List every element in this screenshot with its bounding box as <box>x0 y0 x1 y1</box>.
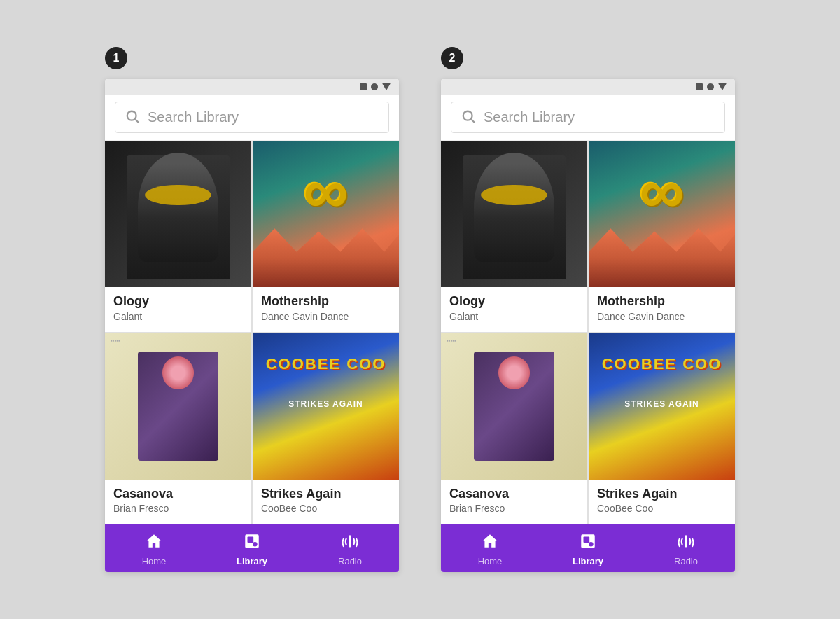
nav-item-radio[interactable]: Radio <box>322 532 378 566</box>
album-title: Casanova <box>449 487 579 502</box>
album-artist: Dance Gavin Dance <box>261 311 391 322</box>
svg-line-6 <box>471 120 475 123</box>
svg-point-5 <box>463 111 472 120</box>
album-info: Strikes AgainCooBee Coo <box>589 480 735 524</box>
album-title: Ology <box>449 294 579 310</box>
album-grid: OlogyGalantMothershipDance Gavin Dance ▪… <box>105 141 399 524</box>
status-triangle-icon <box>382 83 391 90</box>
casanova-small-label: ▪▪▪▪▪ <box>447 338 456 344</box>
album-card[interactable]: ▪▪▪▪▪ CasanovaBrian Fresco <box>105 333 251 524</box>
album-artist: Brian Fresco <box>113 503 243 514</box>
search-icon <box>125 109 141 125</box>
screen-wrapper-1: 1Search Library OlogyGalantMothershipDan… <box>105 47 399 572</box>
album-card[interactable]: MothershipDance Gavin Dance <box>589 141 735 332</box>
svg-line-1 <box>135 120 139 123</box>
bottom-nav: HomeLibraryRadio <box>105 524 399 572</box>
svg-rect-8 <box>584 537 590 543</box>
svg-point-9 <box>589 542 594 547</box>
album-title: Casanova <box>113 487 243 502</box>
album-grid: OlogyGalantMothershipDance Gavin Dance ▪… <box>441 141 735 524</box>
phone-1: Search Library OlogyGalantMothershipDanc… <box>105 79 399 572</box>
status-bar <box>105 79 399 95</box>
album-artist: CooBee Coo <box>597 503 727 514</box>
album-artist: CooBee Coo <box>261 503 391 514</box>
nav-label: Library <box>573 556 603 566</box>
album-info: CasanovaBrian Fresco <box>105 480 251 524</box>
search-icon <box>461 109 477 125</box>
album-art: ▪▪▪▪▪ <box>441 333 587 480</box>
nav-icon-library <box>579 532 597 553</box>
screen-wrapper-2: 2Search Library OlogyGalantMothershipDan… <box>441 47 735 572</box>
nav-item-radio[interactable]: Radio <box>658 532 714 566</box>
nav-item-home[interactable]: Home <box>126 532 182 566</box>
album-info: CasanovaBrian Fresco <box>441 480 587 524</box>
album-card[interactable]: Strikes AgainCooBee Coo <box>589 333 735 524</box>
album-art <box>105 141 251 287</box>
album-info: MothershipDance Gavin Dance <box>253 287 399 332</box>
nav-label: Home <box>478 556 503 566</box>
svg-point-4 <box>253 542 258 547</box>
album-card[interactable]: Strikes AgainCooBee Coo <box>253 333 399 524</box>
album-title: Mothership <box>261 294 391 310</box>
bottom-nav: HomeLibraryRadio <box>441 524 735 572</box>
search-container: Search Library <box>105 95 399 141</box>
album-card[interactable]: OlogyGalant <box>441 141 587 332</box>
nav-icon-home <box>145 532 163 553</box>
status-square-icon <box>696 83 703 90</box>
album-artist: Dance Gavin Dance <box>597 311 727 322</box>
phone-2: Search Library OlogyGalantMothershipDanc… <box>441 79 735 572</box>
nav-item-library[interactable]: Library <box>560 532 616 566</box>
album-art <box>253 141 399 287</box>
album-artist: Galant <box>449 311 579 322</box>
album-art <box>589 141 735 287</box>
nav-icon-radio <box>677 532 695 553</box>
album-art <box>253 333 399 480</box>
album-info: MothershipDance Gavin Dance <box>589 287 735 332</box>
nav-item-home[interactable]: Home <box>462 532 518 566</box>
album-artist: Galant <box>113 311 243 322</box>
album-card[interactable]: MothershipDance Gavin Dance <box>253 141 399 332</box>
status-circle-icon <box>371 83 378 90</box>
album-info: OlogyGalant <box>441 287 587 332</box>
status-circle-icon <box>707 83 714 90</box>
search-placeholder-text: Search Library <box>148 109 239 125</box>
search-bar[interactable]: Search Library <box>451 102 725 133</box>
album-art <box>441 141 587 287</box>
album-title: Mothership <box>597 294 727 310</box>
svg-rect-3 <box>248 537 254 543</box>
status-bar <box>441 79 735 95</box>
search-container: Search Library <box>441 95 735 141</box>
album-card[interactable]: OlogyGalant <box>105 141 251 332</box>
album-artist: Brian Fresco <box>449 503 579 514</box>
nav-icon-home <box>481 532 499 553</box>
album-art <box>589 333 735 480</box>
casanova-small-label: ▪▪▪▪▪ <box>111 338 120 344</box>
screen-number-1: 1 <box>105 47 127 69</box>
search-placeholder-text: Search Library <box>484 109 575 125</box>
nav-label: Radio <box>674 556 698 566</box>
status-square-icon <box>360 83 367 90</box>
nav-icon-radio <box>341 532 359 553</box>
status-triangle-icon <box>718 83 727 90</box>
nav-label: Radio <box>338 556 362 566</box>
svg-point-0 <box>127 111 136 120</box>
album-info: OlogyGalant <box>105 287 251 332</box>
album-title: Ology <box>113 294 243 310</box>
nav-label: Library <box>237 556 267 566</box>
nav-item-library[interactable]: Library <box>224 532 280 566</box>
album-info: Strikes AgainCooBee Coo <box>253 480 399 524</box>
album-art: ▪▪▪▪▪ <box>105 333 251 480</box>
album-card[interactable]: ▪▪▪▪▪ CasanovaBrian Fresco <box>441 333 587 524</box>
album-title: Strikes Again <box>597 487 727 502</box>
screen-number-2: 2 <box>441 47 463 69</box>
nav-label: Home <box>142 556 167 566</box>
album-title: Strikes Again <box>261 487 391 502</box>
nav-icon-library <box>243 532 261 553</box>
search-bar[interactable]: Search Library <box>115 102 389 133</box>
